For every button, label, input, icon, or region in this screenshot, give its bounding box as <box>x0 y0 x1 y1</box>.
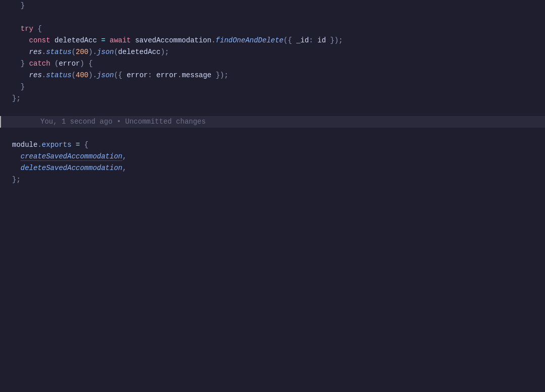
method-name: json <box>97 71 114 79</box>
code-line[interactable]: }; <box>0 174 545 186</box>
paren: ( <box>114 48 118 56</box>
number-literal: 400 <box>76 71 88 79</box>
keyword-try: try <box>21 25 33 33</box>
keyword-const: const <box>29 36 50 44</box>
paren: ({ <box>284 36 296 44</box>
variable: res <box>29 48 42 56</box>
dot: . <box>93 48 97 56</box>
code-line[interactable] <box>0 12 545 23</box>
method-name: status <box>46 71 71 79</box>
property: message <box>182 71 215 79</box>
code-line[interactable]: res.status(200).json(deletedAcc); <box>0 46 545 58</box>
code-line[interactable]: res.status(400).json({ error: error.mess… <box>0 70 545 81</box>
paren: ) <box>88 48 92 56</box>
export-property: deleteSavedAccommodation <box>21 164 123 172</box>
method-name: json <box>97 48 114 56</box>
code-line[interactable]: deleteSavedAccommodation, <box>0 162 545 174</box>
variable: error <box>152 71 177 79</box>
dot: . <box>42 71 46 79</box>
dot: . <box>93 71 97 79</box>
comma: , <box>122 152 126 160</box>
method-name: findOneAndDelete <box>215 36 283 44</box>
paren: ) { <box>80 60 92 68</box>
brace: { <box>80 141 88 149</box>
exports-keyword: exports <box>42 141 76 149</box>
operator-equals: = <box>101 36 105 44</box>
brace: } <box>21 60 29 68</box>
method-name: status <box>46 48 71 56</box>
code-line[interactable]: } <box>0 0 545 12</box>
export-property: createSavedAccommodation <box>21 152 123 161</box>
dot: . <box>178 71 182 79</box>
paren: }); <box>330 36 343 44</box>
property-key: _id <box>296 36 309 44</box>
paren: ( <box>72 71 76 79</box>
object-name: savedAccommodation <box>131 36 211 44</box>
code-line[interactable]: } <box>0 81 545 93</box>
code-token: } <box>12 2 25 10</box>
paren: ({ <box>114 71 127 79</box>
code-line[interactable]: try { <box>0 23 545 35</box>
property-key: error <box>127 71 148 79</box>
keyword-catch: catch <box>29 60 50 68</box>
colon: : <box>309 36 313 44</box>
paren: ) <box>88 71 92 79</box>
paren: ( <box>50 60 59 68</box>
brace: }; <box>12 94 21 102</box>
paren: ( <box>72 48 76 56</box>
number-literal: 200 <box>76 48 88 56</box>
variable: res <box>29 71 42 79</box>
code-editor[interactable]: } try { const deletedAcc = await savedAc… <box>0 0 545 186</box>
paren: ); <box>160 48 169 56</box>
parameter: error <box>59 60 80 68</box>
code-line[interactable]: createSavedAccommodation, <box>0 151 545 162</box>
gitlens-annotation-line[interactable]: You, 1 second ago • Uncommitted changes <box>0 116 545 128</box>
paren: }); <box>215 71 228 79</box>
property-value: id <box>313 36 331 44</box>
code-line[interactable] <box>0 104 545 116</box>
code-line[interactable]: module.exports = { <box>0 139 545 151</box>
dot: . <box>37 141 41 149</box>
brace: }; <box>12 176 21 184</box>
code-line[interactable] <box>0 128 545 139</box>
cursor-indicator <box>0 116 1 128</box>
keyword-await: await <box>105 36 131 44</box>
variable: deletedAcc <box>50 36 101 44</box>
brace: { <box>33 25 42 33</box>
module-keyword: module <box>12 141 37 149</box>
argument: deletedAcc <box>118 48 160 56</box>
code-line[interactable]: const deletedAcc = await savedAccommodat… <box>0 35 545 46</box>
gitlens-blame-text: You, 1 second ago • Uncommitted changes <box>12 116 206 128</box>
comma: , <box>122 164 126 172</box>
code-line[interactable]: } catch (error) { <box>0 58 545 70</box>
dot: . <box>42 48 46 56</box>
brace: } <box>12 83 25 91</box>
code-line[interactable]: }; <box>0 93 545 104</box>
